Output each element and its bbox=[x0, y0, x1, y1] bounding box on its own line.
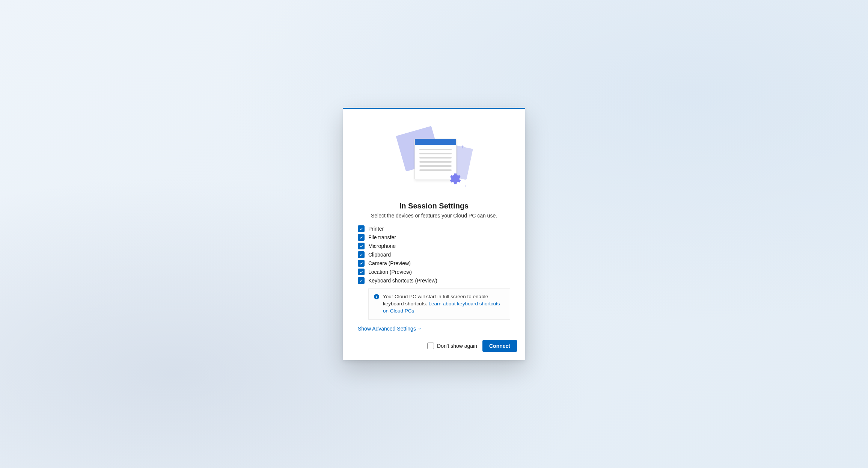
option-row[interactable]: Location (Preview) bbox=[358, 269, 510, 275]
option-label: Location (Preview) bbox=[368, 269, 412, 275]
checkbox-icon bbox=[358, 277, 365, 284]
checkbox-icon bbox=[358, 225, 365, 232]
option-label: File transfer bbox=[368, 234, 396, 240]
dialog-title: In Session Settings bbox=[358, 202, 510, 210]
connect-button[interactable]: Connect bbox=[482, 340, 517, 352]
option-row[interactable]: Keyboard shortcuts (Preview) bbox=[358, 277, 510, 284]
dont-show-again-checkbox[interactable]: Don't show again bbox=[427, 343, 477, 349]
option-row[interactable]: Camera (Preview) bbox=[358, 260, 510, 267]
option-row[interactable]: Printer bbox=[358, 225, 510, 232]
show-advanced-settings-button[interactable]: Show Advanced Settings bbox=[358, 326, 422, 332]
sparkle-icon: + bbox=[464, 184, 466, 188]
option-row[interactable]: Clipboard bbox=[358, 251, 510, 258]
checkbox-icon bbox=[358, 234, 365, 241]
info-box: i Your Cloud PC will start in full scree… bbox=[368, 288, 510, 320]
info-text: Your Cloud PC will start in full screen … bbox=[383, 293, 504, 315]
option-label: Printer bbox=[368, 226, 384, 232]
checkbox-icon bbox=[427, 343, 434, 349]
dialog-subtitle: Select the devices or features your Clou… bbox=[358, 213, 510, 219]
in-session-settings-dialog: ✦ + In Session Settings Select the devic… bbox=[343, 108, 525, 360]
illustration-container: ✦ + bbox=[343, 109, 525, 202]
option-label: Microphone bbox=[368, 243, 396, 249]
option-label: Keyboard shortcuts (Preview) bbox=[368, 278, 437, 284]
gear-icon bbox=[447, 172, 461, 186]
checkbox-icon bbox=[358, 269, 365, 275]
dialog-footer: Don't show again Connect bbox=[343, 332, 525, 352]
checkbox-icon bbox=[358, 251, 365, 258]
option-row[interactable]: File transfer bbox=[358, 234, 510, 241]
option-label: Camera (Preview) bbox=[368, 260, 411, 266]
chevron-down-icon bbox=[417, 326, 422, 331]
sparkle-icon: ✦ bbox=[460, 144, 465, 150]
checkbox-icon bbox=[358, 260, 365, 267]
option-label: Clipboard bbox=[368, 252, 391, 258]
options-list: PrinterFile transferMicrophoneClipboardC… bbox=[343, 219, 525, 284]
dialog-heading: In Session Settings Select the devices o… bbox=[343, 202, 525, 219]
checkbox-icon bbox=[358, 243, 365, 249]
option-row[interactable]: Microphone bbox=[358, 243, 510, 249]
settings-illustration: ✦ + bbox=[393, 127, 475, 195]
info-icon: i bbox=[374, 294, 379, 299]
